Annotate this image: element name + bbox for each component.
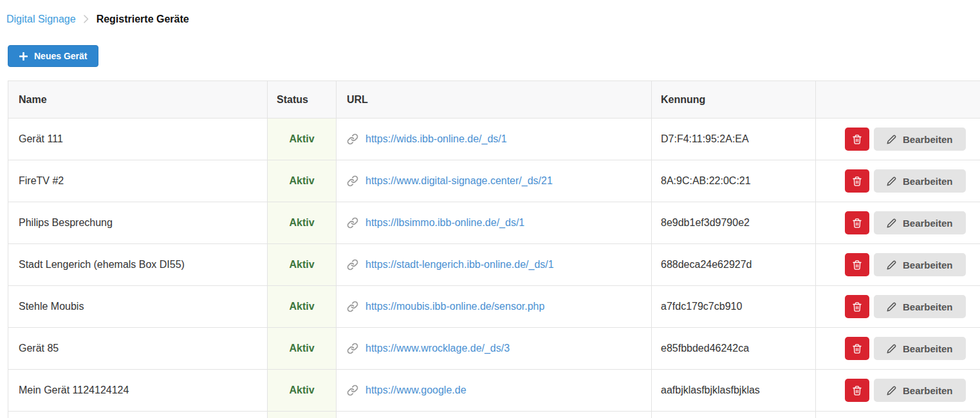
column-header-name: Name	[8, 81, 268, 119]
actions-cell: Bearbeiten	[816, 244, 980, 286]
trash-icon	[852, 176, 862, 187]
edit-button-label: Bearbeiten	[903, 134, 953, 145]
table-row: Gerät 111 Aktiv https://wids.ibb-online.…	[8, 119, 980, 160]
device-url-link[interactable]: https://wids.ibb-online.de/_ds/1	[365, 133, 507, 145]
device-url-link[interactable]: https://www.wrocklage.de/_ds/3	[365, 343, 510, 354]
actions-cell: Bearbeiten	[816, 119, 980, 160]
device-name: Stehle Moubis	[8, 286, 268, 328]
status-badge: Aktiv	[268, 202, 337, 244]
edit-button-label: Bearbeiten	[903, 343, 953, 354]
chevron-right-icon	[83, 14, 89, 24]
device-kennung: a7fdc179c7cb910	[652, 286, 816, 328]
device-name	[8, 412, 268, 418]
trash-icon	[852, 385, 862, 396]
device-kennung: 8e9db1ef3d9790e2	[652, 202, 816, 244]
edit-button[interactable]: Bearbeiten	[874, 337, 966, 360]
device-url-link[interactable]: https://www.google.de	[365, 385, 467, 396]
pencil-icon	[887, 386, 896, 395]
device-url-link[interactable]: https://www.digital-signage.center/_ds/2…	[365, 175, 553, 187]
device-kennung: aafbjklasfbjklasfbjklas	[652, 370, 816, 412]
device-kennung: e85fbbded46242ca	[652, 328, 816, 370]
table-row: Stadt Lengerich (ehemals Box DI55) Aktiv…	[8, 244, 980, 286]
column-header-kennung: Kennung	[652, 81, 816, 119]
edit-button[interactable]: Bearbeiten	[874, 295, 966, 318]
device-url-link[interactable]: https://lbsimmo.ibb-online.de/_ds/1	[365, 217, 524, 229]
device-url-link[interactable]: https://moubis.ibb-online.de/sensor.php	[365, 301, 544, 312]
url-cell: https://www.google.de	[337, 370, 652, 412]
device-kennung: 688deca24e62927d	[652, 244, 816, 286]
device-name: FireTV #2	[8, 160, 268, 202]
url-cell: https://wids.ibb-online.de/_ds/1	[337, 119, 652, 160]
url-cell	[337, 412, 652, 418]
device-name: Gerät 111	[8, 119, 268, 160]
trash-icon	[852, 301, 862, 312]
edit-button[interactable]: Bearbeiten	[874, 379, 966, 402]
device-kennung	[652, 412, 816, 418]
edit-button[interactable]: Bearbeiten	[874, 253, 966, 276]
breadcrumb: Digital Signage Registrierte Geräte	[0, 0, 980, 25]
edit-button-label: Bearbeiten	[903, 260, 953, 271]
device-name: Stadt Lengerich (ehemals Box DI55)	[8, 244, 268, 286]
url-cell: https://stadt-lengerich.ibb-online.de/_d…	[337, 244, 652, 286]
pencil-icon	[887, 302, 896, 312]
edit-button[interactable]: Bearbeiten	[874, 211, 966, 234]
table-row-cutoff	[8, 412, 980, 418]
page-title: Registrierte Geräte	[97, 13, 189, 25]
trash-icon	[852, 343, 862, 354]
device-name: Philips Besprechung	[8, 202, 268, 244]
status-badge: Aktiv	[268, 119, 337, 160]
status-badge: Aktiv	[268, 244, 337, 286]
link-icon	[347, 259, 358, 271]
actions-cell: Bearbeiten	[816, 328, 980, 370]
status-badge: Aktiv	[268, 328, 337, 370]
trash-icon	[852, 134, 862, 145]
column-header-url: URL	[337, 81, 652, 119]
trash-icon	[852, 260, 862, 271]
pencil-icon	[887, 135, 896, 144]
pencil-icon	[887, 176, 896, 186]
device-kennung: D7:F4:11:95:2A:EA	[652, 119, 816, 160]
actions-cell: Bearbeiten	[816, 370, 980, 412]
link-icon	[347, 385, 358, 396]
device-name: Gerät 85	[8, 328, 268, 370]
edit-button[interactable]: Bearbeiten	[874, 128, 966, 151]
delete-button[interactable]	[845, 128, 869, 151]
device-url-link[interactable]: https://stadt-lengerich.ibb-online.de/_d…	[365, 259, 554, 271]
url-cell: https://moubis.ibb-online.de/sensor.php	[337, 286, 652, 328]
table-header-row: Name Status URL Kennung	[8, 81, 980, 119]
new-device-button[interactable]: Neues Gerät	[8, 45, 98, 67]
link-icon	[347, 301, 358, 312]
link-icon	[347, 217, 358, 229]
url-cell: https://www.digital-signage.center/_ds/2…	[337, 160, 652, 202]
edit-button[interactable]: Bearbeiten	[874, 169, 966, 193]
url-cell: https://www.wrocklage.de/_ds/3	[337, 328, 652, 370]
edit-button-label: Bearbeiten	[903, 218, 953, 229]
delete-button[interactable]	[845, 295, 869, 318]
pencil-icon	[887, 344, 896, 354]
status-badge: Aktiv	[268, 286, 337, 328]
link-icon	[347, 343, 358, 354]
delete-button[interactable]	[845, 253, 869, 276]
delete-button[interactable]	[845, 337, 869, 360]
device-kennung: 8A:9C:AB:22:0C:21	[652, 160, 816, 202]
actions-cell: Bearbeiten	[816, 202, 980, 244]
url-cell: https://lbsimmo.ibb-online.de/_ds/1	[337, 202, 652, 244]
breadcrumb-link-digital-signage[interactable]: Digital Signage	[6, 13, 76, 25]
delete-button[interactable]	[845, 379, 869, 402]
table-row: Mein Gerät 1124124124 Aktiv https://www.…	[8, 370, 980, 412]
column-header-status: Status	[268, 81, 337, 119]
table-row: Philips Besprechung Aktiv https://lbsimm…	[8, 202, 980, 244]
status-badge: Aktiv	[268, 370, 337, 412]
plus-icon	[19, 52, 28, 61]
delete-button[interactable]	[845, 169, 869, 193]
link-icon	[347, 175, 358, 187]
edit-button-label: Bearbeiten	[903, 301, 953, 312]
device-name: Mein Gerät 1124124124	[8, 370, 268, 412]
column-header-actions	[816, 81, 980, 119]
edit-button-label: Bearbeiten	[903, 176, 953, 187]
registered-devices-table: Name Status URL Kennung Gerät 111 Aktiv …	[8, 81, 980, 418]
actions-cell	[816, 412, 980, 418]
delete-button[interactable]	[845, 211, 869, 234]
trash-icon	[852, 218, 862, 229]
table-row: Stehle Moubis Aktiv https://moubis.ibb-o…	[8, 286, 980, 328]
